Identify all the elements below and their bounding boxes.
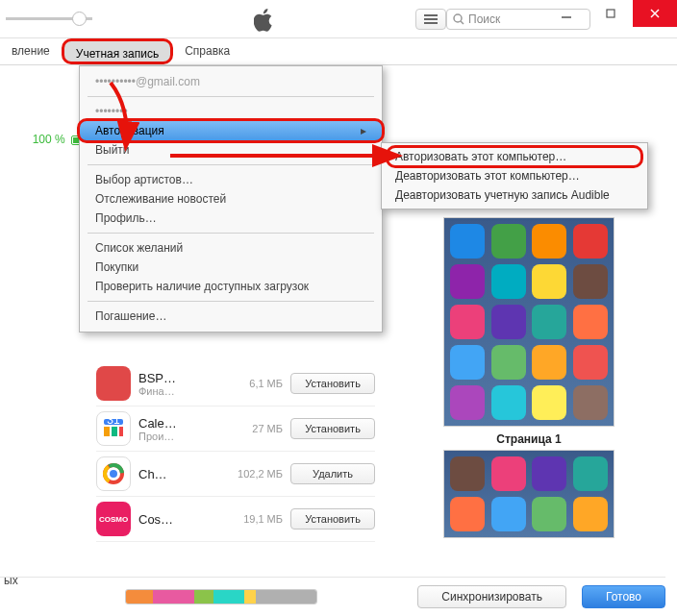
page-label: Страница 1	[496, 432, 561, 446]
app-action-button[interactable]: Установить	[290, 418, 375, 439]
app-action-button[interactable]: Установить	[290, 508, 375, 530]
app-action-button[interactable]: Установить	[290, 373, 375, 394]
home-app-icon[interactable]	[573, 385, 608, 420]
app-name: BSP…	[138, 371, 225, 385]
home-screen-grid-2	[443, 450, 614, 538]
menu-item-account[interactable]: Учетная запись	[62, 38, 173, 64]
home-app-icon[interactable]	[573, 224, 608, 259]
dropdown-purchases[interactable]: Покупки	[80, 258, 382, 277]
home-app-icon[interactable]	[450, 345, 485, 380]
annotation-arrow-2	[168, 146, 409, 168]
home-app-icon[interactable]	[450, 264, 485, 299]
menu-item-help[interactable]: Справка	[173, 38, 241, 64]
app-category: Фина…	[138, 385, 225, 397]
footer-bar: Синхронизировать Готово	[0, 577, 665, 608]
home-app-icon[interactable]	[491, 345, 526, 380]
volume-slider[interactable]	[6, 17, 92, 20]
home-app-icon[interactable]	[491, 456, 526, 491]
storage-usage-bar	[125, 589, 317, 604]
home-app-icon[interactable]	[491, 497, 526, 531]
usage-segment	[213, 590, 244, 604]
home-app-icon[interactable]	[532, 497, 566, 531]
app-size: 102,2 МБ	[233, 468, 283, 480]
svg-rect-13	[112, 427, 117, 436]
submenu-deauthorize-computer[interactable]: Деавторизовать этот компьютер…	[382, 166, 647, 185]
usage-segment	[126, 590, 153, 604]
home-app-icon[interactable]	[491, 385, 526, 420]
app-size: 6,1 МБ	[233, 378, 283, 389]
list-view-button[interactable]	[415, 9, 446, 30]
app-action-button[interactable]: Удалить	[290, 463, 375, 484]
svg-rect-14	[119, 427, 123, 436]
close-button[interactable]	[633, 0, 677, 27]
app-row: 31Cale…Прои…27 МБУстановить	[96, 407, 375, 452]
search-placeholder: Поиск	[468, 12, 500, 26]
app-name: Cos…	[138, 512, 225, 527]
home-app-icon[interactable]	[450, 305, 485, 339]
home-app-icon[interactable]	[532, 345, 566, 380]
app-row: COSMOCos…19,1 МБУстановить	[96, 497, 375, 542]
usage-segment	[153, 590, 195, 604]
home-app-icon[interactable]	[573, 345, 608, 380]
authorization-submenu: Авторизовать этот компьютер… Деавторизов…	[381, 142, 648, 209]
search-icon	[453, 13, 464, 25]
home-app-icon[interactable]	[491, 264, 526, 299]
svg-rect-0	[424, 14, 438, 16]
app-icon: 31	[96, 411, 131, 446]
home-app-icon[interactable]	[450, 497, 485, 531]
home-app-icon[interactable]	[573, 456, 608, 491]
app-row: BSP…Фина…6,1 МБУстановить	[96, 361, 375, 407]
submenu-deauthorize-audible[interactable]: Деавторизовать учетную запись Audible	[382, 185, 647, 205]
svg-text:31: 31	[107, 417, 120, 427]
svg-rect-12	[104, 427, 110, 436]
apple-logo-icon	[254, 8, 275, 36]
battery-percentage: 100 %	[33, 133, 65, 146]
minimize-button[interactable]	[544, 0, 589, 27]
svg-rect-1	[424, 18, 438, 20]
home-app-icon[interactable]	[532, 264, 566, 299]
dropdown-wishlist[interactable]: Список желаний	[80, 238, 382, 258]
svg-line-4	[461, 21, 464, 24]
menu-item-fragment[interactable]: вление	[0, 38, 62, 64]
home-app-icon[interactable]	[450, 224, 485, 259]
app-icon	[96, 366, 131, 401]
menu-item-account-label: Учетная запись	[76, 47, 159, 61]
home-app-icon[interactable]	[573, 305, 608, 339]
svg-point-3	[454, 14, 462, 22]
app-size: 27 МБ	[233, 423, 283, 434]
home-app-icon[interactable]	[491, 224, 526, 259]
home-app-icon[interactable]	[532, 456, 566, 491]
home-app-icon[interactable]	[450, 385, 485, 420]
done-button[interactable]: Готово	[582, 585, 665, 608]
app-category: Прои…	[138, 431, 225, 442]
dropdown-redeem[interactable]: Погашение…	[80, 307, 382, 326]
home-app-icon[interactable]	[573, 497, 608, 531]
dropdown-artists[interactable]: Выбор артистов…	[80, 170, 382, 189]
svg-point-18	[110, 470, 117, 478]
svg-rect-2	[424, 22, 438, 24]
svg-rect-6	[607, 10, 614, 17]
home-app-icon[interactable]	[450, 456, 485, 491]
maximize-button[interactable]	[589, 0, 633, 27]
home-app-icon[interactable]	[573, 264, 608, 299]
app-icon	[96, 456, 131, 491]
home-app-icon[interactable]	[532, 385, 566, 420]
usage-segment	[256, 590, 316, 604]
submenu-authorize-computer[interactable]: Авторизовать этот компьютер…	[382, 147, 647, 166]
app-name: Ch…	[138, 467, 225, 481]
dropdown-check-downloads[interactable]: Проверить наличие доступных загрузок	[80, 277, 382, 296]
annotation-arrow-1	[101, 79, 159, 159]
app-icon: COSMO	[96, 502, 131, 536]
app-size: 19,1 МБ	[233, 513, 283, 525]
home-app-icon[interactable]	[491, 305, 526, 339]
dropdown-profile[interactable]: Профиль…	[80, 209, 382, 228]
home-app-icon[interactable]	[532, 305, 566, 339]
dropdown-news[interactable]: Отслеживание новостей	[80, 189, 382, 209]
volume-thumb[interactable]	[72, 12, 87, 26]
app-row: Ch…102,2 МБУдалить	[96, 452, 375, 497]
home-app-icon[interactable]	[532, 224, 566, 259]
menu-bar: вление Учетная запись Справка	[0, 38, 677, 65]
usage-segment	[194, 590, 213, 604]
title-bar: Поиск	[0, 0, 677, 38]
sync-button[interactable]: Синхронизировать	[417, 585, 566, 608]
